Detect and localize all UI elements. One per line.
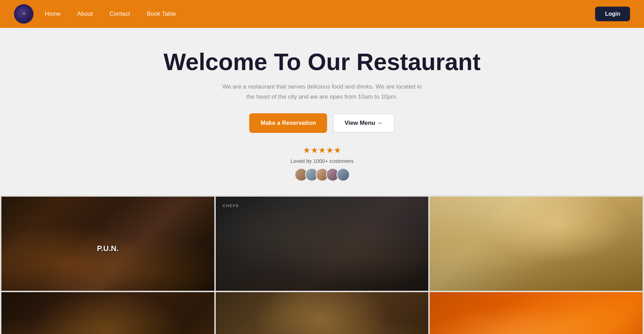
hero-buttons: Make a Reservation View Menu → <box>7 113 637 133</box>
gallery-item-dining <box>430 197 643 291</box>
gallery-item-interior <box>216 292 429 334</box>
logo-text: ⚙ <box>23 13 25 16</box>
make-reservation-button[interactable]: Make a Reservation <box>249 113 327 133</box>
star-rating: ★★★★★ <box>7 145 637 155</box>
nav-item-home[interactable]: Home <box>45 10 60 17</box>
nav-links: Home About Contact Book Table <box>45 10 630 17</box>
hero-section: Welcome To Our Restaurant We are a resta… <box>0 28 644 195</box>
view-menu-button[interactable]: View Menu → <box>333 113 394 133</box>
gallery <box>0 195 644 334</box>
hero-subtitle: We are a restaurant that serves deliciou… <box>221 82 423 102</box>
gallery-item-bar <box>1 197 214 291</box>
nav-item-about[interactable]: About <box>77 10 92 17</box>
navbar: ⚙ Home About Contact Book Table Login <box>0 0 644 28</box>
hero-title: Welcome To Our Restaurant <box>7 49 637 75</box>
gallery-item-orange <box>430 292 643 334</box>
logo[interactable]: ⚙ <box>14 4 34 24</box>
loved-text: Loved by 1000+ customers <box>7 158 637 164</box>
nav-item-book-table[interactable]: Book Table <box>147 10 176 17</box>
login-button[interactable]: Login <box>595 7 630 21</box>
nav-item-contact[interactable]: Contact <box>110 10 130 17</box>
gallery-item-cozy <box>1 292 214 334</box>
customer-avatars <box>7 168 637 181</box>
gallery-item-kitchen <box>216 197 429 291</box>
avatar <box>336 168 350 181</box>
